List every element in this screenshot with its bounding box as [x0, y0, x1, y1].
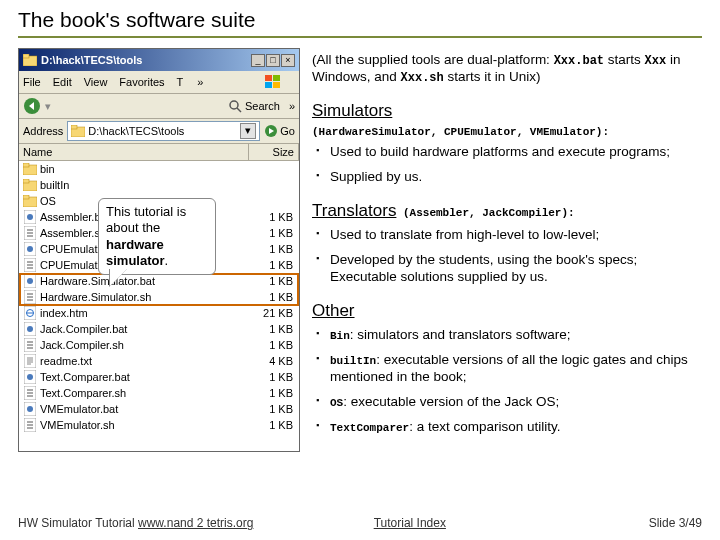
windows-logo-icon	[263, 73, 283, 91]
bat-icon	[23, 242, 37, 256]
menu-favorites[interactable]: Favorites	[119, 76, 164, 88]
bat-icon	[23, 274, 37, 288]
toolbar-more-icon[interactable]: »	[289, 100, 295, 112]
go-label: Go	[280, 125, 295, 137]
svg-rect-5	[273, 82, 280, 88]
file-row[interactable]: readme.txt4 KB	[19, 353, 299, 369]
go-button[interactable]: Go	[264, 124, 295, 138]
menu-view[interactable]: View	[84, 76, 108, 88]
trans-bullet-2: Developed by the students, using the boo…	[316, 252, 702, 286]
file-size: 1 KB	[247, 371, 295, 383]
folder-icon	[23, 54, 37, 66]
file-name: VMEmulator.sh	[40, 419, 247, 431]
svg-rect-2	[265, 75, 272, 81]
window-titlebar[interactable]: D:\hack\TECS\tools _ □ ×	[19, 49, 299, 71]
menu-file[interactable]: File	[23, 76, 41, 88]
file-row[interactable]: Jack.Compiler.bat1 KB	[19, 321, 299, 337]
menu-edit[interactable]: Edit	[53, 76, 72, 88]
svg-point-40	[27, 326, 33, 332]
file-row[interactable]: builtIn	[19, 177, 299, 193]
svg-point-57	[27, 406, 33, 412]
sim-bullet-1: Used to build hardware platforms and exe…	[316, 144, 702, 161]
file-name: Text.Comparer.sh	[40, 387, 247, 399]
file-size: 1 KB	[247, 339, 295, 351]
file-size: 1 KB	[247, 387, 295, 399]
sh-icon	[23, 290, 37, 304]
simulators-list: (HardwareSimulator, CPUEmulator, VMEmula…	[312, 126, 609, 138]
svg-rect-13	[23, 163, 29, 167]
file-name: Hardware.Simulator.bat	[40, 275, 247, 287]
file-size: 1 KB	[247, 291, 295, 303]
folder-icon	[71, 125, 85, 137]
other-bullet-3: OS: executable version of the Jack OS;	[316, 394, 702, 411]
address-text: D:\hack\TECS\tools	[88, 125, 184, 137]
col-size-header[interactable]: Size	[249, 144, 299, 160]
tutorial-index-link[interactable]: Tutorial Index	[374, 516, 446, 530]
section-translators: Translators	[312, 200, 396, 221]
sh-icon	[23, 386, 37, 400]
file-row[interactable]: Jack.Compiler.sh1 KB	[19, 337, 299, 353]
sh-icon	[23, 226, 37, 240]
svg-rect-1	[23, 54, 29, 58]
back-button[interactable]	[23, 97, 41, 115]
col-name-header[interactable]: Name	[19, 144, 249, 160]
address-label: Address	[23, 125, 63, 137]
file-name: bin	[40, 163, 247, 175]
folder-icon	[23, 179, 37, 191]
bat-icon	[23, 322, 37, 336]
intro-text: (All the supplied tools are dual-platfor…	[312, 52, 702, 86]
svg-rect-15	[23, 179, 29, 183]
section-simulators: Simulators	[312, 100, 392, 121]
search-button[interactable]: Search	[245, 100, 280, 112]
file-size: 1 KB	[247, 403, 295, 415]
minimize-button[interactable]: _	[251, 54, 265, 67]
footer-link[interactable]: www.nand 2 tetris.org	[138, 516, 253, 530]
svg-rect-10	[71, 125, 77, 129]
file-name: readme.txt	[40, 355, 247, 367]
column-headers: Name Size	[19, 144, 299, 161]
menu-more-icon[interactable]: »	[197, 76, 203, 88]
search-icon	[228, 99, 242, 113]
address-bar: Address D:\hack\TECS\tools ▾ Go	[19, 119, 299, 144]
file-name: Jack.Compiler.sh	[40, 339, 247, 351]
file-size: 1 KB	[247, 259, 295, 271]
dropdown-icon[interactable]: ▾	[240, 123, 256, 139]
toolbar: ▾ Search »	[19, 94, 299, 119]
file-name: Text.Comparer.bat	[40, 371, 247, 383]
file-name: builtIn	[40, 179, 247, 191]
close-button[interactable]: ×	[281, 54, 295, 67]
file-row[interactable]: Text.Comparer.bat1 KB	[19, 369, 299, 385]
content-text: (All the supplied tools are dual-platfor…	[312, 48, 702, 452]
sh-icon	[23, 258, 37, 272]
bat-icon	[23, 370, 37, 384]
file-name: Jack.Compiler.bat	[40, 323, 247, 335]
section-other: Other	[312, 300, 355, 321]
address-input[interactable]: D:\hack\TECS\tools ▾	[67, 121, 260, 141]
footer-left: HW Simulator Tutorial www.nand 2 tetris.…	[18, 516, 253, 530]
svg-point-25	[27, 246, 33, 252]
svg-rect-4	[265, 82, 272, 88]
file-row[interactable]: Hardware.Simulator.sh1 KB	[19, 289, 299, 305]
file-row[interactable]: Text.Comparer.sh1 KB	[19, 385, 299, 401]
svg-rect-45	[24, 354, 36, 368]
htm-icon	[23, 306, 37, 320]
file-size: 4 KB	[247, 355, 295, 367]
sh-icon	[23, 338, 37, 352]
file-row[interactable]: VMEmulator.bat1 KB	[19, 401, 299, 417]
file-size: 21 KB	[247, 307, 295, 319]
svg-point-19	[27, 214, 33, 220]
file-size: 1 KB	[247, 419, 295, 431]
file-size: 1 KB	[247, 243, 295, 255]
window-title: D:\hack\TECS\tools	[41, 54, 251, 66]
other-bullet-4: TextComparer: a text comparison utility.	[316, 419, 702, 436]
file-size: 1 KB	[247, 323, 295, 335]
callout-tail-icon	[110, 268, 128, 286]
maximize-button[interactable]: □	[266, 54, 280, 67]
file-row[interactable]: Hardware.Simulator.bat1 KB	[19, 273, 299, 289]
file-row[interactable]: index.htm21 KB	[19, 305, 299, 321]
file-row[interactable]: bin	[19, 161, 299, 177]
menu-tools[interactable]: T	[177, 76, 184, 88]
file-row[interactable]: VMEmulator.sh1 KB	[19, 417, 299, 433]
bat-icon	[23, 402, 37, 416]
sim-bullet-2: Supplied by us.	[316, 169, 702, 186]
